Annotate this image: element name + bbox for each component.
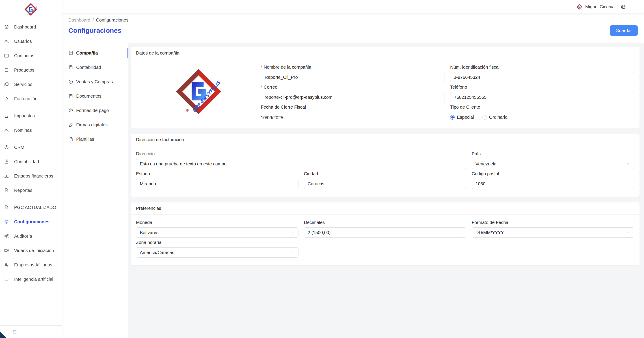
radio-ordinario[interactable]: Ordinario	[482, 115, 508, 120]
radio-label: Especial	[457, 115, 474, 120]
save-button[interactable]: Guardar	[610, 25, 638, 36]
field-label: Tipo de Cliente	[450, 105, 480, 109]
email-input[interactable]	[261, 92, 445, 102]
sidebar-item-label: Auditoría	[14, 234, 32, 239]
svg-text:®: ®	[27, 14, 28, 15]
collapse-sidebar-icon[interactable]	[12, 329, 17, 334]
field-city: Ciudad	[304, 171, 466, 189]
sidebar-item-nominas[interactable]: Nóminas	[0, 123, 62, 137]
field-state: Estado	[136, 171, 298, 189]
book-icon	[68, 94, 73, 99]
copy-icon	[4, 82, 9, 87]
sidebar-item-impuestos[interactable]: Impuestos	[0, 109, 62, 123]
card-title: Datos de la compañia	[131, 47, 640, 59]
radio-circle	[450, 115, 455, 120]
video-camera-icon	[4, 248, 9, 253]
field-label: Zona horaria	[136, 240, 161, 245]
sidebar-item-servicios[interactable]: Servicios	[0, 77, 62, 92]
tab-contabilidad[interactable]: Contabilidad	[62, 60, 128, 75]
sidebar-item-contactos[interactable]: Contactos	[0, 49, 62, 63]
sidebar-item-label: Empresas Afiliadas	[14, 262, 52, 268]
sidebar-item-crm[interactable]: CRM	[0, 140, 62, 154]
field-country: País Venezuela	[472, 151, 634, 169]
field-label: Dirección	[136, 151, 154, 156]
team-icon	[4, 128, 9, 133]
sidebar-item-empresas-afiliadas[interactable]: Empresas Afiliadas	[0, 258, 62, 272]
field-label: Ciudad	[304, 171, 318, 176]
tab-label: Documentos	[76, 94, 101, 99]
field-date-format: Formato de Fecha DD/MM/YYYY	[472, 220, 634, 238]
sidebar-item-label: Usuarios	[14, 39, 32, 44]
chevron-down-icon	[626, 231, 630, 235]
sidebar-item-label: Contactos	[14, 53, 34, 58]
sidebar-item-contabilidad[interactable]: Contabilidad	[0, 154, 62, 169]
sidebar-item-facturacion[interactable]: Facturación	[0, 92, 62, 106]
sidebar-item-auditoria[interactable]: Auditoría	[0, 229, 62, 243]
sidebar-item-configuraciones[interactable]: Configuraciones	[0, 215, 62, 229]
profile-icon	[68, 51, 73, 55]
field-label: País	[472, 151, 481, 156]
field-decimals: Decimales 2 (1500,00)	[304, 220, 466, 238]
sidebar-item-productos[interactable]: Productos	[0, 63, 62, 77]
sidebar-item-videos-de-iniciacion[interactable]: Videos de Iniciación	[0, 243, 62, 258]
timezone-select[interactable]: America/Caracas	[136, 247, 298, 258]
sidebar-item-pgc-actualizado[interactable]: PGC ACTUALIZADO	[0, 200, 62, 215]
country-select[interactable]: Venezuela	[472, 159, 634, 169]
sidebar-item-reportes[interactable]: Reportes	[0, 183, 62, 198]
sidebar-item-label: Dashboard	[14, 25, 36, 30]
tab-firmas-digitales[interactable]: Firmas digitales	[62, 118, 128, 132]
sidebar-item-label: PGC ACTUALIZADO	[14, 205, 56, 210]
user-menu[interactable]: Miguel Cicenia	[585, 4, 615, 10]
book-icon	[68, 65, 73, 70]
highlighter-icon	[68, 122, 73, 127]
radio-especial[interactable]: Especial	[450, 115, 474, 120]
select-value: Venezuela	[476, 161, 496, 166]
tags-icon	[4, 96, 9, 101]
sidebar-item-usuarios[interactable]: Usuarios	[0, 34, 62, 49]
tab-formas-de-pago[interactable]: Formas de pago	[62, 103, 128, 118]
city-input[interactable]	[304, 179, 466, 189]
page-title: Configuraciones	[68, 27, 122, 34]
idcard-icon	[4, 53, 9, 58]
tab-compania[interactable]: Compañia	[62, 46, 128, 60]
date-format-select[interactable]: DD/MM/YYYY	[472, 227, 634, 238]
sidebar-footer	[0, 325, 62, 338]
select-value: America/Caracas	[140, 250, 174, 255]
square-icon	[4, 68, 9, 73]
field-label: Formato de Fecha	[472, 220, 508, 225]
sidebar-item-estados-financieros[interactable]: Estados financieros	[0, 169, 62, 183]
erp-easyplus-logo-small: ERP-EASYPLUS®	[576, 4, 582, 10]
tab-label: Ventas y Compras	[76, 79, 113, 84]
sidebar-item-dashboard[interactable]: Dashboard	[0, 20, 62, 34]
company-name-input[interactable]	[261, 72, 445, 82]
field-email: *Correo	[261, 85, 445, 102]
card-title: Preferencias	[131, 203, 640, 215]
field-phone: Teléfono	[450, 85, 634, 102]
field-label: Teléfono	[450, 85, 467, 90]
robot-icon	[4, 277, 9, 282]
sidebar-item-label: CRM	[14, 145, 24, 150]
breadcrumb-dashboard[interactable]: Dashboard	[68, 18, 90, 23]
field-label: Moneda	[136, 220, 152, 225]
card-title: Dirección de facturación	[131, 134, 640, 146]
gear-icon	[4, 219, 9, 224]
tab-ventas-y-compras[interactable]: Ventas y Compras	[62, 75, 128, 89]
currency-select[interactable]: Bolívares	[136, 227, 298, 238]
breadcrumb-current: Configuraciones	[96, 18, 128, 23]
phone-input[interactable]	[450, 92, 634, 102]
address-input[interactable]	[136, 159, 466, 169]
decimals-select[interactable]: 2 (1500,00)	[304, 227, 466, 238]
select-value: Bolívares	[140, 230, 158, 235]
breadcrumb-separator: /	[92, 18, 94, 23]
company-logo[interactable]: ERP-EASYPLUS®	[173, 66, 224, 117]
tab-documentos[interactable]: Documentos	[62, 89, 128, 103]
language-globe-icon[interactable]	[620, 4, 626, 10]
tax-id-input[interactable]	[450, 72, 634, 82]
sidebar-item-label: Reportes	[14, 188, 32, 193]
tab-label: Contabilidad	[76, 65, 101, 70]
postal-code-input[interactable]	[472, 179, 634, 189]
state-input[interactable]	[136, 179, 298, 189]
tab-plantillas[interactable]: Plantillas	[62, 132, 128, 146]
chevron-down-icon	[458, 231, 462, 235]
sidebar-item-inteligencia-artificial[interactable]: Inteligencia artificial	[0, 272, 62, 286]
